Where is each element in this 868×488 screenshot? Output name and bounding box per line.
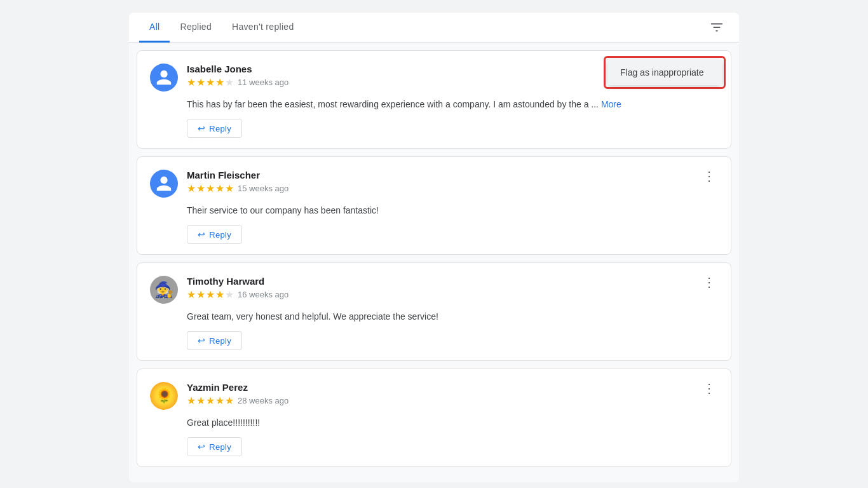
reply-button[interactable]: ↩ Reply	[187, 119, 242, 138]
tab-replied[interactable]: Replied	[170, 13, 222, 43]
review-time: 15 weeks ago	[238, 184, 288, 193]
star-4: ★	[215, 182, 224, 194]
reply-arrow-icon: ↩	[198, 442, 205, 452]
review-text: Great place!!!!!!!!!!!	[150, 416, 718, 430]
reply-button[interactable]: ↩ Reply	[187, 437, 242, 456]
review-stars-row: ★ ★ ★ ★ ★ 16 weeks ago	[187, 288, 718, 301]
review-card: 🌻 Yazmin Perez ★ ★ ★ ★ ★ 28 weeks ago	[137, 369, 731, 467]
review-text-content: Their service to our company has been fa…	[187, 205, 379, 215]
review-stars-row: ★ ★ ★ ★ ★ 15 weeks ago	[187, 182, 718, 194]
review-meta: Martin Fleischer ★ ★ ★ ★ ★ 15 weeks ago	[187, 170, 718, 194]
review-card: 🧙 Timothy Harward ★ ★ ★ ★ ★ 16 weeks ago	[137, 262, 731, 361]
review-text-content: Great place!!!!!!!!!!!	[187, 417, 260, 428]
reply-button[interactable]: ↩ Reply	[187, 225, 242, 244]
reviewer-name: Timothy Harward	[187, 276, 718, 287]
avatar: 🧙	[150, 276, 178, 304]
tab-havent-replied[interactable]: Haven't replied	[222, 13, 304, 43]
star-5: ★	[225, 288, 234, 301]
flag-inappropriate-option[interactable]: Flag as inappropriate	[607, 60, 722, 85]
star-5: ★	[225, 395, 234, 407]
star-1: ★	[187, 182, 196, 194]
star-2: ★	[196, 76, 205, 88]
review-card: Martin Fleischer ★ ★ ★ ★ ★ 15 weeks ago …	[137, 156, 731, 255]
star-2: ★	[196, 395, 205, 407]
reviewer-name: Yazmin Perez	[187, 382, 718, 393]
review-meta: Yazmin Perez ★ ★ ★ ★ ★ 28 weeks ago	[187, 382, 718, 407]
page-container: All Replied Haven't replied Isabelle Jon…	[129, 13, 739, 482]
reply-label: Reply	[209, 230, 231, 240]
star-1: ★	[187, 76, 196, 88]
review-text: Great team, very honest and helpful. We …	[150, 310, 718, 323]
reply-arrow-icon: ↩	[198, 229, 205, 240]
flag-dropdown: Flag as inappropriate	[607, 60, 722, 85]
avatar: 🌻	[150, 382, 178, 410]
tabs-bar: All Replied Haven't replied	[129, 13, 739, 43]
review-time: 16 weeks ago	[238, 290, 288, 299]
review-time: 28 weeks ago	[238, 396, 288, 405]
review-time: 11 weeks ago	[238, 78, 288, 87]
stars: ★ ★ ★ ★ ★	[187, 182, 234, 194]
stars: ★ ★ ★ ★ ★	[187, 76, 234, 88]
review-header: 🌻 Yazmin Perez ★ ★ ★ ★ ★ 28 weeks ago	[150, 382, 718, 410]
reply-button[interactable]: ↩ Reply	[187, 331, 242, 350]
star-3: ★	[206, 288, 215, 301]
review-header: Martin Fleischer ★ ★ ★ ★ ★ 15 weeks ago	[150, 170, 718, 198]
star-4: ★	[215, 76, 224, 88]
reviewer-name: Martin Fleischer	[187, 170, 718, 180]
review-text: Their service to our company has been fa…	[150, 204, 718, 217]
filter-icon[interactable]	[705, 15, 729, 39]
avatar	[150, 64, 178, 92]
more-options-button[interactable]: ⋮	[698, 167, 721, 185]
more-link[interactable]: More	[601, 99, 621, 109]
star-4: ★	[215, 288, 224, 301]
stars: ★ ★ ★ ★ ★	[187, 395, 234, 407]
reply-label: Reply	[209, 124, 231, 133]
avatar	[150, 170, 178, 198]
stars: ★ ★ ★ ★ ★	[187, 288, 234, 301]
star-2: ★	[196, 288, 205, 301]
more-options-button[interactable]: ⋮	[698, 273, 721, 291]
reviews-list: Isabelle Jones ★ ★ ★ ★ ★ 11 weeks ago	[129, 43, 739, 482]
star-4: ★	[215, 395, 224, 407]
review-header: 🧙 Timothy Harward ★ ★ ★ ★ ★ 16 weeks ago	[150, 276, 718, 304]
star-3: ★	[206, 395, 215, 407]
review-text-content: This has by far been the easiest, most r…	[187, 99, 588, 109]
review-stars-row: ★ ★ ★ ★ ★ 28 weeks ago	[187, 395, 718, 407]
reply-arrow-icon: ↩	[198, 123, 205, 133]
more-options-button[interactable]: ⋮	[698, 379, 721, 397]
star-2: ★	[196, 182, 205, 194]
review-meta: Timothy Harward ★ ★ ★ ★ ★ 16 weeks ago	[187, 276, 718, 301]
star-5: ★	[225, 76, 234, 88]
star-3: ★	[206, 182, 215, 194]
review-card: Isabelle Jones ★ ★ ★ ★ ★ 11 weeks ago	[137, 50, 731, 149]
review-text: This has by far been the easiest, most r…	[150, 98, 718, 111]
star-3: ★	[206, 76, 215, 88]
reply-arrow-icon: ↩	[198, 336, 205, 346]
star-5: ★	[225, 182, 234, 194]
reply-label: Reply	[209, 336, 231, 346]
reply-label: Reply	[209, 442, 231, 452]
ellipsis: ...	[591, 99, 601, 109]
star-1: ★	[187, 395, 196, 407]
tab-all[interactable]: All	[139, 13, 170, 43]
review-text-content: Great team, very honest and helpful. We …	[187, 311, 438, 322]
star-1: ★	[187, 288, 196, 301]
